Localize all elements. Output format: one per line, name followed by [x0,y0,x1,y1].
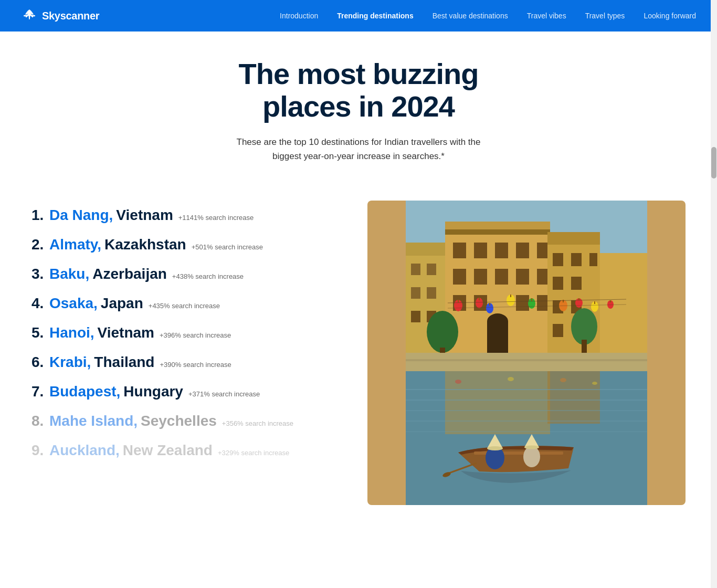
svg-rect-25 [453,243,466,258]
svg-rect-44 [589,253,597,266]
dest-stat: +356% search increase [222,419,293,427]
dest-country: Kazakhstan [104,236,186,253]
dest-rank: 5. [31,324,46,341]
dest-city[interactable]: Krabi, [49,354,91,371]
dest-city[interactable]: Da Nang, [49,207,113,224]
navbar: Skyscanner IntroductionTrending destinat… [0,0,717,32]
dest-rank: 1. [31,207,46,224]
svg-rect-59 [479,298,480,300]
svg-rect-42 [553,253,563,266]
svg-rect-61 [510,295,511,297]
svg-rect-5 [24,15,28,16]
scrollbar-thumb[interactable] [711,147,716,178]
scrollbar[interactable] [711,0,717,588]
dest-city[interactable]: Osaka, [49,295,98,312]
nav-link[interactable]: Looking forward [644,12,696,20]
svg-rect-28 [516,243,529,258]
dest-country: Japan [101,295,143,312]
dest-stat: +1141% search increase [178,214,254,222]
hero-subtitle: These are the top 10 destinations for In… [222,135,495,163]
svg-point-84 [455,380,461,384]
dest-rank: 3. [31,266,46,282]
logo-icon [21,7,38,24]
svg-rect-54 [406,353,647,371]
dest-country: Vietnam [98,324,154,341]
dest-stat: +435% search increase [149,302,220,310]
dest-stat: +390% search increase [160,361,231,369]
nav-link[interactable]: Travel types [585,12,625,20]
destination-item: 8.Mahe Island, Seychelles+356% search in… [31,406,346,436]
svg-rect-65 [489,303,490,306]
hero-title: The most buzzingplaces in 2024 [105,58,612,122]
dest-country: Thailand [94,354,154,371]
svg-rect-22 [445,229,550,235]
svg-rect-27 [495,243,508,258]
dest-city[interactable]: Budapest, [49,383,120,400]
destination-item: 7.Budapest, Hungary+371% search increase [31,377,346,406]
dest-country: Azerbaijan [92,266,167,282]
svg-rect-18 [411,311,420,322]
svg-rect-31 [474,269,487,285]
destination-item: 1.Da Nang, Vietnam+1141% search increase [31,201,346,230]
dest-city[interactable]: Mahe Island, [49,413,138,429]
svg-point-85 [508,377,514,381]
dest-rank: 7. [31,383,46,400]
svg-rect-29 [537,243,547,258]
svg-rect-43 [571,253,582,266]
svg-rect-13 [406,243,448,256]
logo-text: Skyscanner [42,10,99,22]
svg-rect-67 [563,300,564,302]
svg-rect-78 [547,371,600,424]
svg-rect-33 [516,269,529,285]
dest-stat: +329% search increase [218,449,289,457]
nav-links: IntroductionTrending destinationsBest va… [280,11,696,20]
dest-rank: 4. [31,295,46,312]
svg-point-52 [571,308,597,345]
destination-item: 4.Osaka, Japan+435% search increase [31,289,346,318]
destination-image [367,201,686,505]
nav-link[interactable]: Introduction [280,12,318,20]
dest-city[interactable]: Hanoi, [49,324,94,341]
dest-rank: 6. [31,354,46,371]
svg-point-86 [560,378,566,382]
nav-link[interactable]: Best value destinations [433,12,508,20]
svg-rect-37 [516,295,529,311]
dest-country: Hungary [123,383,183,400]
dest-stat: +396% search increase [160,331,231,339]
dest-stat: +501% search increase [192,243,263,251]
dest-city[interactable]: Auckland, [49,442,120,459]
logo[interactable]: Skyscanner [21,7,99,24]
svg-rect-41 [547,232,600,245]
svg-rect-17 [427,287,436,299]
destinations-list: 1.Da Nang, Vietnam+1141% search increase… [31,201,346,465]
svg-rect-9 [26,14,33,15]
svg-rect-73 [610,300,611,302]
dest-city[interactable]: Almaty, [49,236,101,253]
svg-rect-55 [406,359,647,361]
nav-link[interactable]: Trending destinations [337,12,413,20]
destination-item: 2.Almaty, Kazakhstan+501% search increas… [31,230,346,259]
svg-rect-45 [553,277,563,290]
destination-item: 9.Auckland, New Zealand+329% search incr… [31,436,346,465]
svg-point-91 [523,446,540,467]
svg-rect-63 [531,298,532,301]
dest-stat: +371% search increase [188,390,260,398]
svg-point-24 [487,313,508,329]
dest-city[interactable]: Baku, [49,266,89,282]
dest-country: New Zealand [123,442,213,459]
nav-link[interactable]: Travel vibes [527,12,566,20]
destination-item: 5.Hanoi, Vietnam+396% search increase [31,318,346,348]
dest-rank: 9. [31,442,46,459]
svg-rect-38 [537,295,547,311]
destination-item: 3.Baku, Azerbaijan+438% search increase [31,259,346,289]
dest-stat: +438% search increase [172,272,244,280]
svg-rect-32 [495,269,508,285]
svg-rect-26 [474,243,487,258]
dest-rank: 2. [31,236,46,253]
dest-rank: 8. [31,413,46,429]
svg-rect-53 [582,340,587,353]
svg-rect-30 [453,269,466,285]
dest-country: Vietnam [116,207,173,224]
svg-rect-57 [458,300,459,302]
svg-point-87 [592,382,597,385]
